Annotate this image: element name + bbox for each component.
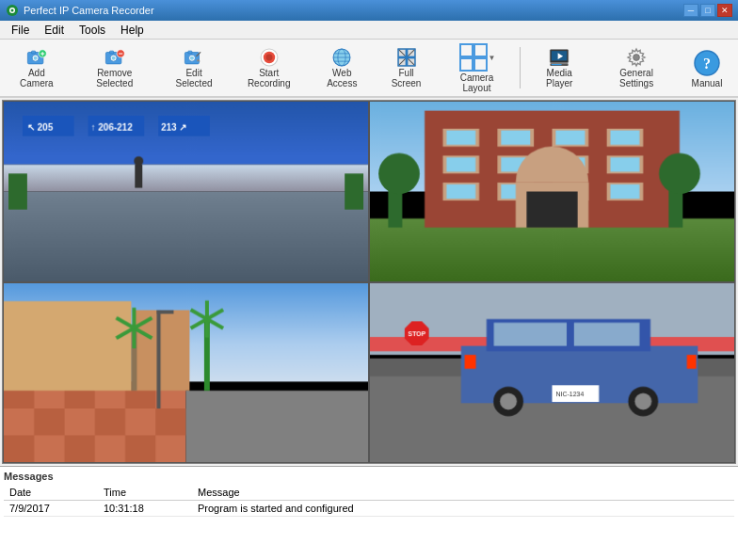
camera-cell-4[interactable]: [369, 282, 735, 464]
menu-file[interactable]: File: [4, 22, 37, 39]
web-access-label: Web Access: [316, 68, 367, 88]
app-icon: [6, 4, 19, 17]
window-controls: ─ □ ✕: [683, 4, 732, 17]
edit-selected-label: Edit Selected: [167, 68, 221, 88]
edit-selected-button[interactable]: Edit Selected: [160, 42, 228, 93]
title-bar: Perfect IP Camera Recorder ─ □ ✕: [0, 0, 738, 21]
svg-point-2: [11, 9, 14, 12]
maximize-button[interactable]: □: [700, 4, 715, 17]
camera-feed-1: [4, 102, 368, 281]
svg-point-24: [265, 55, 272, 61]
record-icon: [254, 47, 284, 68]
general-settings-label: General Settings: [602, 68, 671, 88]
menu-bar: File Edit Tools Help: [0, 21, 738, 40]
minimize-button[interactable]: ─: [683, 4, 698, 17]
media-player-label: Media Player: [532, 68, 586, 88]
camera-feed-4: [370, 283, 734, 463]
svg-point-18: [190, 56, 194, 60]
start-recording-button[interactable]: Start Recording: [230, 42, 308, 93]
col-time: Time: [98, 485, 192, 501]
toolbar: Add Camera Remove Selected Edit Selected: [0, 40, 738, 98]
messages-area: Messages Date Time Message 7/9/201710:31…: [0, 466, 738, 560]
menu-tools[interactable]: Tools: [72, 22, 113, 39]
camera-feed-3: [4, 283, 368, 463]
layout-icon: [458, 42, 489, 72]
svg-rect-40: [474, 58, 487, 71]
col-date: Date: [4, 485, 98, 501]
svg-rect-9: [41, 52, 42, 56]
full-screen-label: Full Screen: [382, 68, 429, 88]
edit-camera-icon: [179, 47, 209, 68]
start-recording-label: Start Recording: [236, 68, 301, 88]
menu-edit[interactable]: Edit: [37, 22, 72, 39]
web-icon: [327, 47, 357, 68]
col-message: Message: [192, 485, 734, 501]
main-content: Messages Date Time Message 7/9/201710:31…: [0, 98, 738, 560]
svg-rect-13: [109, 51, 113, 54]
message-row: 7/9/201710:31:18Program is started and c…: [4, 501, 734, 517]
svg-rect-6: [31, 51, 35, 54]
svg-point-46: [634, 55, 640, 61]
camera-cell-2[interactable]: [369, 101, 735, 282]
camera-layout-label: Camera Layout: [445, 72, 509, 93]
svg-rect-19: [188, 51, 192, 54]
help-icon: ?: [692, 48, 722, 78]
camera-cell-1[interactable]: [3, 101, 369, 282]
manual-label: Manual: [692, 78, 723, 88]
general-settings-button[interactable]: General Settings: [595, 42, 678, 93]
remove-selected-button[interactable]: Remove Selected: [72, 42, 158, 93]
separator: [520, 47, 521, 88]
web-access-button[interactable]: Web Access: [310, 42, 374, 93]
svg-text:?: ?: [703, 56, 711, 72]
add-camera-icon: [22, 47, 52, 68]
svg-point-5: [33, 56, 37, 60]
menu-help[interactable]: Help: [113, 22, 152, 39]
svg-rect-37: [460, 44, 473, 56]
remove-selected-label: Remove Selected: [78, 68, 152, 88]
message-time: 10:31:18: [98, 501, 192, 517]
add-camera-label: Add Camera: [10, 68, 63, 88]
svg-rect-38: [474, 44, 487, 56]
camera-grid: [2, 100, 736, 464]
remove-camera-icon: [100, 47, 130, 68]
camera-feed-2: [370, 102, 734, 281]
camera-cell-3[interactable]: [3, 282, 369, 464]
svg-rect-45: [552, 64, 562, 65]
full-screen-button[interactable]: Full Screen: [376, 42, 436, 93]
svg-point-12: [111, 56, 115, 60]
media-player-button[interactable]: Media Player: [525, 42, 593, 93]
message-date: 7/9/2017: [4, 501, 98, 517]
add-camera-button[interactable]: Add Camera: [4, 42, 70, 93]
svg-rect-39: [460, 58, 473, 71]
messages-title: Messages: [4, 471, 734, 482]
svg-rect-15: [119, 54, 122, 55]
message-message: Program is started and configured: [192, 501, 734, 517]
camera-layout-button[interactable]: ▼ Camera Layout: [439, 42, 516, 93]
settings-icon: [621, 47, 651, 68]
manual-button[interactable]: ? Manual: [680, 42, 734, 93]
media-icon: [544, 47, 574, 68]
app-title: Perfect IP Camera Recorder: [24, 5, 683, 16]
close-button[interactable]: ✕: [717, 4, 732, 17]
fullscreen-icon: [392, 47, 422, 68]
messages-table: Date Time Message 7/9/201710:31:18Progra…: [4, 485, 734, 517]
